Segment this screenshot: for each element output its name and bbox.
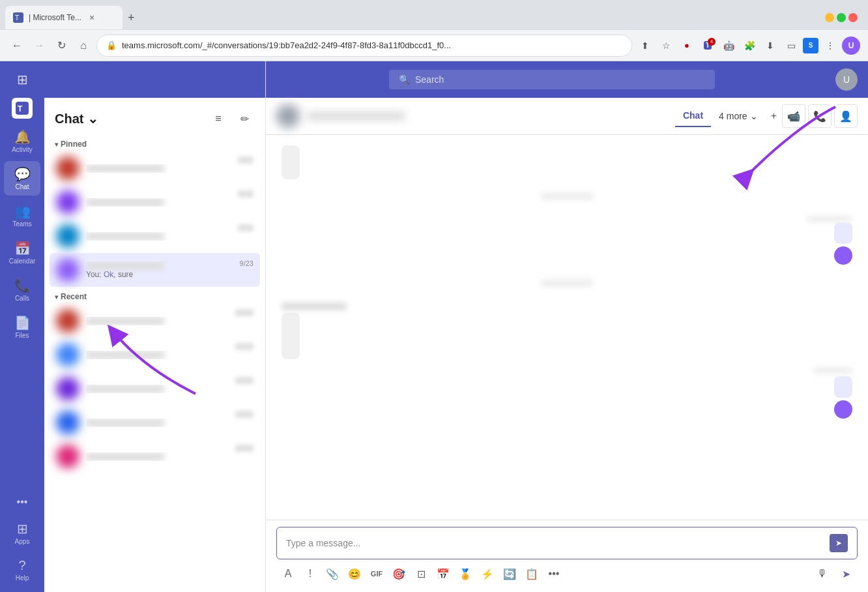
sidebar-more-button[interactable]: ••• [4,491,40,513]
window-minimize-button[interactable] [825,13,834,22]
recent-header[interactable]: ▾ Recent [50,287,260,304]
message-sender-name [282,303,347,310]
sidebar-item-teams[interactable]: 👥 Teams [4,198,40,233]
chat-title[interactable]: Chat ⌄ [55,111,98,126]
audio-call-button[interactable]: 📞 [808,104,832,128]
search-bar[interactable]: 🔍 Search [389,70,715,89]
pinned-item-2[interactable] [50,185,260,219]
time-4 [235,411,253,418]
window-close-button[interactable] [848,13,858,22]
chat-dropdown-icon: ⌄ [87,111,98,126]
loop-button[interactable]: 🔄 [499,563,520,584]
compose-new-chat-button[interactable]: ✏ [234,108,255,129]
recent-item-5[interactable] [50,439,260,473]
bookmark-button[interactable]: ☆ [657,37,675,55]
conversation-tabs: Chat 4 more ⌄ + [675,105,782,127]
chat-title-label: Chat [55,111,83,126]
pinned-item-1[interactable] [50,151,260,185]
chat-item-time [238,190,253,198]
teams-extension-icon[interactable]: T 4 [699,37,717,55]
sidebar-toggle-icon[interactable]: ▭ [782,37,800,55]
sidebar-item-activity[interactable]: 🔔 Activity [4,124,40,158]
tab-chat[interactable]: Chat [675,105,711,127]
puzzle-icon[interactable]: 🧩 [740,37,759,55]
sidebar-item-chat[interactable]: 💬 Chat [4,161,40,196]
share-button[interactable]: ⬆ [636,37,654,55]
people-button[interactable]: 👤 [834,104,858,128]
sidebar-item-help[interactable]: ? Help [4,553,40,587]
browser-menu-button[interactable]: ⋮ [821,37,839,55]
extension2-icon[interactable]: 🤖 [719,37,738,55]
tab-more-label: 4 more [719,111,747,121]
schedule-button[interactable]: 📅 [433,563,454,584]
teams-app-grid-icon[interactable]: ⊞ [12,67,33,93]
active-chat-item[interactable]: You: Ok, sure 9/23 [50,253,260,287]
more-compose-button[interactable]: ••• [543,563,564,584]
send-compose-button[interactable]: ➤ [835,563,856,584]
immersive-button[interactable]: ⊡ [411,563,431,584]
date-divider-2 [282,278,852,289]
download-icon[interactable]: ⬇ [761,37,779,55]
sidebar-item-teams-label: Teams [12,220,31,228]
address-text: teams.microsoft.com/_#/conversations/19:… [122,40,622,50]
dictate-button[interactable]: 🎙 [812,563,833,584]
browser-action-buttons: ⬆ ☆ ● T 4 🤖 🧩 ⬇ ▭ S ⋮ U [636,37,860,55]
sidebar-item-calendar-label: Calendar [9,258,36,265]
sidebar-item-calls[interactable]: 📞 Calls [4,273,40,307]
compose-input-box[interactable]: Type a message... ➤ [276,527,858,559]
recent-item-2[interactable] [50,338,260,372]
gif-button[interactable]: GIF [366,563,387,584]
sticker-button[interactable]: 🎯 [388,563,409,584]
sidebar-item-apps[interactable]: ⊞ Apps [4,516,40,550]
chat-item-content: You: Ok, sure [86,261,233,279]
new-tab-button[interactable]: + [123,11,140,25]
sidebar-item-files[interactable]: 📄 Files [4,310,40,344]
user-profile-avatar[interactable]: U [835,68,858,91]
compose-send-button[interactable]: ➤ [830,534,848,552]
mailsuite-icon[interactable]: S [803,38,818,53]
browser-profile-avatar[interactable]: U [842,37,860,55]
tab-more[interactable]: 4 more ⌄ [711,106,766,126]
main-content: 🔍 Search U Chat 4 more ⌄ + [266,61,868,592]
format-button[interactable]: A [278,563,298,584]
tab-close-icon[interactable]: × [89,12,94,23]
sidebar-item-calendar[interactable]: 📅 Calendar [4,235,40,270]
window-maximize-button[interactable] [837,13,846,22]
avatar [56,156,80,180]
address-bar[interactable]: 🔒 teams.microsoft.com/_#/conversations/1… [96,35,632,57]
svg-text:T: T [18,104,23,113]
pinned-item-3[interactable] [50,219,260,253]
more-icon: ••• [17,496,28,508]
forms-button[interactable]: 📋 [521,563,542,584]
filter-button[interactable]: ≡ [208,108,229,129]
paperclip-button[interactable]: 📎 [322,563,343,584]
recent-item-1[interactable] [50,304,260,338]
lock-icon: 🔒 [106,40,117,50]
recent-item-4[interactable] [50,406,260,439]
back-button[interactable]: ← [8,37,26,55]
header-right-actions: U [835,68,858,91]
avatar [56,309,80,333]
home-button[interactable]: ⌂ [74,37,93,55]
browser-tab-active[interactable]: T | Microsoft Te... × [5,6,123,29]
apps-icon: ⊞ [17,521,28,537]
praise-button[interactable]: 🏅 [455,563,476,584]
emoji-button[interactable]: 😊 [344,563,365,584]
compose-toolbar: A ! 📎 😊 GIF 🎯 ⊡ 📅 🏅 ⚡ 🔄 📋 ••• 🎙 ➤ [276,559,858,585]
video-call-button[interactable]: 📹 [782,104,805,128]
attach-button[interactable]: ! [300,563,321,584]
time-2 [235,343,253,350]
reload-button[interactable]: ↻ [52,37,70,55]
chat-item-content [86,419,229,427]
search-icon: 🔍 [399,74,410,85]
compose-toolbar-right: 🎙 ➤ [812,563,856,584]
avatar [56,377,80,400]
avatar [56,343,80,366]
actions-button[interactable]: ⚡ [477,563,498,584]
pinned-header[interactable]: ▾ Pinned [50,134,260,151]
forward-button[interactable]: → [30,37,48,55]
add-tab-button[interactable]: + [766,105,782,127]
teams-logo[interactable]: T [12,98,33,119]
opera-extension-icon[interactable]: ● [678,37,696,55]
recent-item-3[interactable] [50,372,260,406]
